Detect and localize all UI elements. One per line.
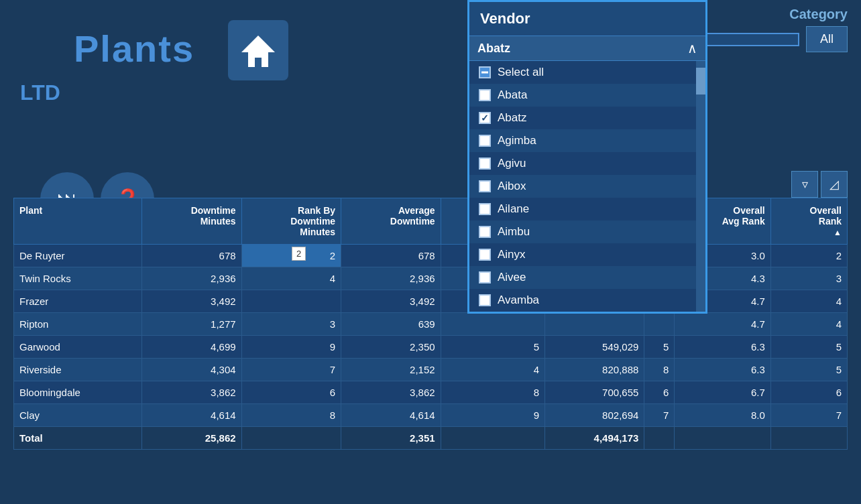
table-row: De Ruyter67826783.02 (14, 245, 848, 267)
vendor-search-bar[interactable]: Abatz ∧ (469, 36, 705, 61)
table-cell: 678 (341, 245, 441, 267)
expand-icon: ◿ (829, 177, 839, 192)
col-overall-rank[interactable]: OverallRank▲ (770, 198, 847, 245)
table-cell: 7 (770, 404, 847, 427)
col-rank-downtime[interactable]: Rank ByDowntimeMinutes (241, 198, 341, 245)
table-cell: Twin Rocks (14, 267, 142, 290)
table-cell: 4,614 (341, 404, 441, 427)
table-cell: Frazer (14, 290, 142, 313)
dropdown-checkbox[interactable] (479, 135, 491, 147)
table-cell: 639 (341, 313, 441, 336)
table-cell: 4,614 (142, 404, 242, 427)
table-cell: 6 (241, 381, 341, 404)
scrollbar-thumb[interactable] (696, 68, 705, 94)
table-cell: 8.0 (675, 404, 771, 427)
table-body: De Ruyter67826783.02Twin Rocks2,93642,93… (14, 245, 848, 450)
dropdown-item[interactable]: Aivee (469, 266, 705, 289)
expand-icon-button[interactable]: ◿ (821, 171, 848, 198)
dropdown-item-label: Avamba (498, 294, 539, 307)
table-total-row: Total25,8622,3514,494,173 (14, 427, 848, 450)
table-cell (644, 313, 675, 336)
filter-icon-button[interactable]: ▿ (791, 171, 818, 198)
table-cell: 678 (142, 245, 242, 267)
table-cell: 9 (241, 336, 341, 359)
table-cell: 4,304 (142, 359, 242, 381)
tooltip-value: 2 (296, 249, 301, 259)
category-label: Category (789, 7, 848, 22)
table-cell: 5 (441, 336, 544, 359)
dropdown-item[interactable]: Ainyx (469, 243, 705, 266)
vendor-dropdown[interactable]: Vendor Abatz ∧ Select allAbataAbatzAgimb… (467, 0, 707, 314)
dropdown-checkbox[interactable] (479, 203, 491, 215)
table-cell: 2,350 (341, 336, 441, 359)
data-table-container: Plant DowntimeMinutes Rank ByDowntimeMin… (13, 198, 848, 497)
filter-icons: ▿ ◿ (791, 171, 848, 198)
dropdown-checkbox[interactable] (479, 180, 491, 192)
dropdown-item-label: Aibox (498, 180, 526, 193)
title-block: Plants LTD ⏭ ❓ (20, 17, 288, 226)
table-cell: 2,152 (341, 359, 441, 381)
table-total-cell (441, 427, 544, 450)
dropdown-item[interactable]: Select all (469, 61, 705, 84)
table-cell: 4 (441, 359, 544, 381)
table-cell: 549,029 (545, 336, 644, 359)
dropdown-checkbox[interactable] (479, 249, 491, 261)
vendor-search-text: Abatz (477, 42, 510, 56)
table-total-cell (241, 427, 341, 450)
table-cell: 3,492 (142, 290, 242, 313)
dropdown-checkbox[interactable] (479, 66, 491, 78)
table-cell: 7 (241, 359, 341, 381)
dropdown-item[interactable]: Abata (469, 84, 705, 107)
table-cell: 5 (644, 336, 675, 359)
table-total-cell: 25,862 (142, 427, 242, 450)
dropdown-item-label: Abatz (498, 111, 526, 125)
sort-arrow: ▲ (834, 228, 842, 237)
scrollbar-track[interactable] (696, 61, 705, 312)
table-cell: 5 (770, 336, 847, 359)
dropdown-item[interactable]: Aibox (469, 175, 705, 198)
table-cell: 8 (241, 404, 341, 427)
table-cell: 4 (770, 313, 847, 336)
table-row: Ripton1,27736394.74 (14, 313, 848, 336)
dropdown-item-label: Ainyx (498, 248, 526, 261)
dropdown-checkbox[interactable] (479, 112, 491, 124)
col-plant[interactable]: Plant (14, 198, 142, 245)
dropdown-item[interactable]: Avamba (469, 289, 705, 312)
table-cell: 4.7 (675, 313, 771, 336)
dropdown-item[interactable]: Aimbu (469, 220, 705, 243)
category-value[interactable]: All (806, 26, 848, 52)
table-total-cell: Total (14, 427, 142, 450)
dropdown-item-label: Abata (498, 88, 527, 102)
chevron-up-icon[interactable]: ∧ (687, 40, 697, 56)
dropdown-checkbox[interactable] (479, 158, 491, 170)
dropdown-checkbox[interactable] (479, 294, 491, 306)
table-cell: 3,862 (341, 381, 441, 404)
table-cell: 2 (770, 245, 847, 267)
table-cell: Garwood (14, 336, 142, 359)
table-cell: 3,492 (341, 290, 441, 313)
dropdown-item[interactable]: Agivu (469, 152, 705, 175)
data-table: Plant DowntimeMinutes Rank ByDowntimeMin… (13, 198, 848, 450)
table-cell: De Ruyter (14, 245, 142, 267)
table-cell: Riverside (14, 359, 142, 381)
dropdown-item[interactable]: Ailane (469, 198, 705, 220)
subtitle: LTD (20, 80, 60, 105)
dropdown-item[interactable]: Abatz (469, 107, 705, 129)
col-downtime-minutes[interactable]: DowntimeMinutes (142, 198, 242, 245)
table-header-row: Plant DowntimeMinutes Rank ByDowntimeMin… (14, 198, 848, 245)
home-button[interactable] (228, 20, 288, 80)
dropdown-checkbox[interactable] (479, 89, 491, 101)
table-total-cell: 4,494,173 (545, 427, 644, 450)
dropdown-checkbox[interactable] (479, 271, 491, 284)
table-total-cell (770, 427, 847, 450)
dropdown-checkbox[interactable] (479, 226, 491, 238)
col-avg-downtime[interactable]: AverageDowntime (341, 198, 441, 245)
dropdown-item[interactable]: Agimba (469, 129, 705, 152)
svg-marker-0 (241, 36, 275, 67)
table-cell: 5 (770, 359, 847, 381)
table-cell: 8 (441, 381, 544, 404)
table-cell: 7 (644, 404, 675, 427)
table-cell: 6.3 (675, 359, 771, 381)
table-cell (441, 313, 544, 336)
table-cell: 700,655 (545, 381, 644, 404)
